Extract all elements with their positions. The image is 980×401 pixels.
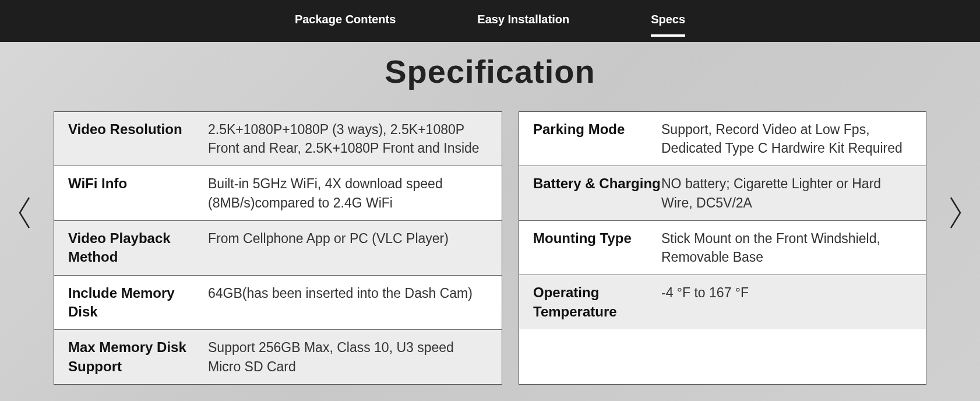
chevron-right-icon: [949, 195, 964, 230]
spec-value: From Cellphone App or PC (VLC Player): [208, 229, 490, 267]
navbar: Package Contents Easy Installation Specs: [0, 0, 980, 42]
nav-package-contents[interactable]: Package Contents: [295, 13, 396, 30]
spec-value: -4 °F to 167 °F: [661, 283, 914, 321]
chevron-left-icon: [16, 195, 31, 230]
spec-value: Built-in 5GHz WiFi, 4X download speed (8…: [208, 174, 490, 212]
spec-value: 2.5K+1080P+1080P (3 ways), 2.5K+1080P Fr…: [208, 120, 490, 157]
spec-label: Video Resolution: [68, 120, 208, 157]
table-row: Max Memory Disk Support Support 256GB Ma…: [54, 330, 502, 384]
spec-label: Operating Temperature: [533, 283, 661, 321]
spec-table-right: Parking Mode Support, Record Video at Lo…: [519, 111, 926, 385]
spec-label: WiFi Info: [68, 174, 208, 212]
spec-label: Mounting Type: [533, 229, 661, 266]
table-row: WiFi Info Built-in 5GHz WiFi, 4X downloa…: [54, 166, 502, 220]
spec-label: Battery & Charging: [533, 174, 661, 212]
spec-label: Video Playback Method: [68, 229, 208, 267]
spec-value: Stick Mount on the Front Windshield, Rem…: [661, 229, 914, 266]
spec-label: Parking Mode: [533, 120, 661, 157]
table-row: Battery & Charging NO battery; Cigarette…: [519, 166, 926, 220]
table-row: Video Resolution 2.5K+1080P+1080P (3 way…: [54, 112, 502, 166]
table-row: Operating Temperature -4 °F to 167 °F: [519, 275, 926, 329]
spec-columns: Video Resolution 2.5K+1080P+1080P (3 way…: [0, 111, 980, 385]
table-row: Include Memory Disk 64GB(has been insert…: [54, 276, 502, 330]
table-row: Video Playback Method From Cellphone App…: [54, 221, 502, 276]
table-row: Mounting Type Stick Mount on the Front W…: [519, 221, 926, 275]
spec-table-left: Video Resolution 2.5K+1080P+1080P (3 way…: [54, 111, 502, 385]
carousel-prev-button[interactable]: [16, 195, 31, 235]
spec-value: NO battery; Cigarette Lighter or Hard Wi…: [661, 174, 914, 212]
page-title: Specification: [0, 52, 980, 90]
spec-value: Support 256GB Max, Class 10, U3 speed Mi…: [208, 338, 490, 376]
table-row: Parking Mode Support, Record Video at Lo…: [519, 112, 926, 166]
spec-value: Support, Record Video at Low Fps, Dedica…: [661, 120, 914, 157]
spec-value: 64GB(has been inserted into the Dash Cam…: [208, 284, 490, 322]
spec-label: Include Memory Disk: [68, 284, 208, 322]
carousel-next-button[interactable]: [949, 195, 964, 235]
nav-specs[interactable]: Specs: [651, 13, 685, 30]
spec-label: Max Memory Disk Support: [68, 338, 208, 376]
nav-easy-installation[interactable]: Easy Installation: [477, 13, 569, 30]
